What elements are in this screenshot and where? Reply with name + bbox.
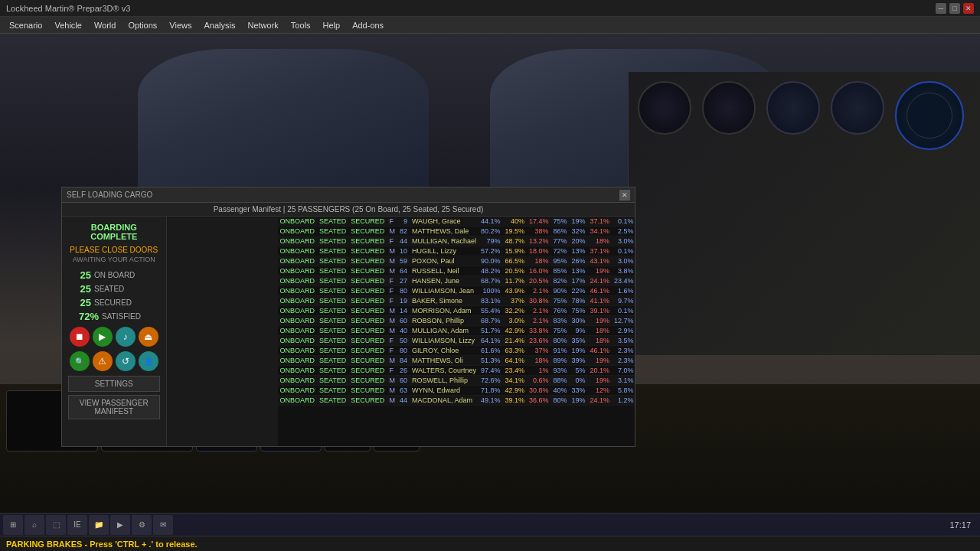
table-cell: SECURED (348, 376, 387, 386)
table-cell: 23.6% (527, 336, 551, 346)
table-cell: ONBOARD (278, 346, 318, 356)
person-button[interactable]: 👤 (139, 351, 158, 371)
table-cell: 0.1% (612, 246, 635, 256)
table-cell: 55.4% (479, 306, 503, 316)
search-button[interactable]: 🔍 (70, 351, 90, 371)
table-cell: SECURED (348, 356, 387, 366)
table-cell: 80 (397, 286, 410, 296)
table-cell: SEATED (317, 256, 348, 266)
table-cell: 19.5% (502, 227, 527, 236)
menu-item-network[interactable]: Network (241, 19, 284, 31)
menu-item-options[interactable]: Options (122, 19, 163, 31)
table-cell: 39.1% (588, 306, 612, 316)
table-cell: 0.1% (612, 306, 635, 316)
menu-item-vehicle[interactable]: Vehicle (48, 19, 87, 31)
table-cell: 90% (551, 286, 570, 296)
taskbar-taskview[interactable]: ⬚ (46, 515, 66, 535)
table-cell: 20.5% (527, 276, 551, 286)
menu-item-tools[interactable]: Tools (285, 19, 317, 31)
passenger-list[interactable]: ONBOARDSEATEDSECUREDF9WAUGH, Grace44.1%4… (278, 217, 635, 446)
table-cell: 13% (570, 246, 588, 256)
table-cell: 3.5% (612, 336, 635, 346)
table-cell: M (387, 376, 397, 386)
table-cell: 18.0% (527, 246, 551, 256)
table-cell: ONBOARD (278, 276, 318, 286)
table-cell: 30% (570, 316, 588, 326)
table-cell: SEATED (317, 266, 348, 276)
slc-close-button[interactable]: ✕ (619, 190, 630, 201)
menu-item-help[interactable]: Help (317, 19, 347, 31)
taskbar-app2[interactable]: 📁 (89, 515, 109, 535)
taskbar-search[interactable]: ⌕ (24, 515, 44, 535)
table-cell: 21.4% (502, 336, 527, 346)
menubar: ScenarioVehicleWorldOptionsViewsAnalysis… (0, 17, 980, 34)
secured-stat: 25 SECURED (68, 297, 160, 308)
alert-button[interactable]: ⚠ (93, 351, 113, 371)
statusbar: PARKING BRAKES - Press 'CTRL + .' to rel… (0, 536, 980, 551)
table-cell: 19% (588, 356, 612, 366)
view-manifest-button[interactable]: VIEW PASSENGER MANIFEST (68, 395, 160, 419)
table-row: ONBOARDSEATEDSECUREDF50WILLIAMSON, Lizzy… (278, 336, 635, 346)
table-cell: 71.8% (479, 386, 503, 396)
play-button[interactable]: ▶ (93, 327, 113, 347)
table-cell: 80 (397, 346, 410, 356)
table-cell: 36.6% (527, 396, 551, 406)
table-cell: M (387, 386, 397, 396)
table-cell: F (387, 296, 397, 306)
taskbar-app4[interactable]: ⚙ (132, 515, 152, 535)
taskbar-start[interactable]: ⊞ (3, 515, 23, 535)
table-cell: SEATED (317, 326, 348, 336)
menu-item-world[interactable]: World (88, 19, 122, 31)
table-cell: ONBOARD (278, 306, 318, 316)
table-cell: 0.1% (612, 217, 635, 227)
table-cell: 33.8% (527, 326, 551, 336)
table-cell: M (387, 266, 397, 276)
table-cell: 37.1% (588, 246, 612, 256)
stop-button[interactable]: ⏹ (70, 327, 90, 347)
taskbar-app1[interactable]: IE (67, 515, 87, 535)
music-button[interactable]: ♪ (116, 327, 136, 347)
table-cell: 37% (502, 296, 527, 306)
table-row: ONBOARDSEATEDSECUREDF44MULLIGAN, Rachael… (278, 236, 635, 246)
icon-row-1: ⏹ ▶ ♪ ⏏ (68, 327, 160, 347)
table-cell: 76% (551, 306, 570, 316)
table-cell: 44.1% (479, 217, 503, 227)
table-cell: 63 (397, 386, 410, 396)
table-row: ONBOARDSEATEDSECUREDM59POXON, Paul90.0%6… (278, 256, 635, 266)
table-cell: 42.9% (502, 326, 527, 336)
table-cell: M (387, 316, 397, 326)
table-cell: 19% (570, 346, 588, 356)
table-cell: 23.4% (502, 366, 527, 376)
maximize-button[interactable]: □ (949, 3, 960, 14)
table-cell: ROSWELL, Phillip (410, 376, 479, 386)
table-cell: 64 (397, 266, 410, 276)
menu-item-scenario[interactable]: Scenario (3, 19, 48, 31)
exit-button[interactable]: ⏏ (139, 327, 158, 347)
taskbar-app3[interactable]: ▶ (110, 515, 130, 535)
menu-item-views[interactable]: Views (163, 19, 198, 31)
table-cell: 43.9% (502, 286, 527, 296)
table-cell: MULLIGAN, Rachael (410, 236, 479, 246)
minimize-button[interactable]: ─ (936, 3, 946, 14)
table-cell: 3.8% (612, 266, 635, 276)
settings-button[interactable]: SETTINGS (68, 376, 160, 392)
taskbar-time: 17:17 (943, 520, 977, 530)
menu-item-add-ons[interactable]: Add-ons (346, 19, 390, 31)
table-cell: 97.4% (479, 366, 503, 376)
menu-item-analysis[interactable]: Analysis (198, 19, 242, 31)
table-cell: 88% (551, 376, 570, 386)
table-cell: MACDONAL, Adam (410, 396, 479, 406)
table-row: ONBOARDSEATEDSECUREDF19BAKER, Simone83.1… (278, 296, 635, 306)
table-cell: M (387, 396, 397, 406)
table-cell: 57.2% (479, 246, 503, 256)
table-cell: 19% (588, 376, 612, 386)
table-cell: 30.8% (527, 296, 551, 306)
table-cell: 2.5% (612, 227, 635, 236)
taskbar-app5[interactable]: ✉ (153, 515, 173, 535)
table-row: ONBOARDSEATEDSECUREDM60ROBSON, Phillip68… (278, 316, 635, 326)
table-cell: 85% (551, 266, 570, 276)
close-button[interactable]: ✕ (963, 3, 974, 14)
table-cell: SECURED (348, 256, 387, 266)
refresh-button[interactable]: ↺ (116, 351, 136, 371)
table-cell: 24.1% (588, 396, 612, 406)
